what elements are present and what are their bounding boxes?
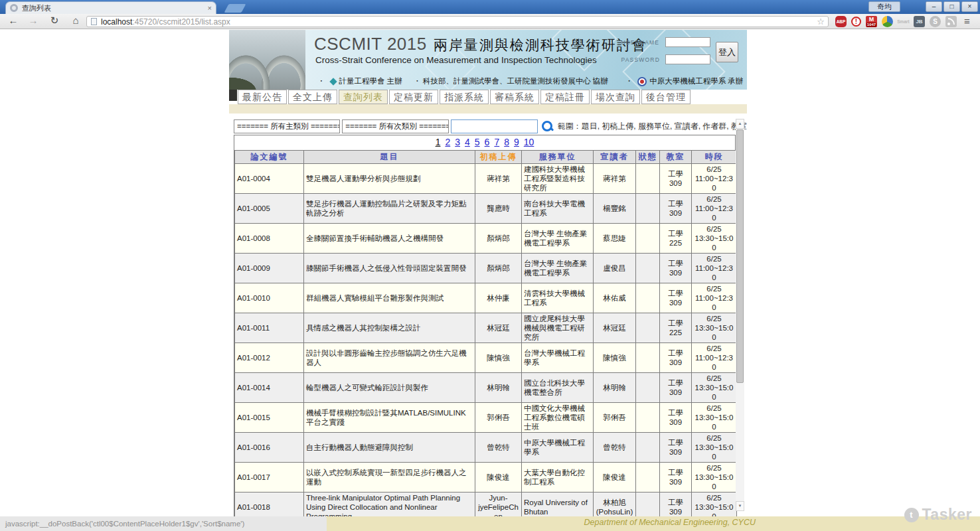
footer: javascript:__doPostBack('ctl00$ContentPl… bbox=[0, 516, 980, 531]
column-header-3[interactable]: 初稿上傳 bbox=[475, 151, 522, 164]
department-credit: Department of Mechanical Engineering, CY… bbox=[584, 518, 756, 527]
tasker-logo-icon: t bbox=[904, 508, 919, 522]
smart-extension-icon[interactable]: Smart bbox=[898, 16, 909, 27]
paper-table: 論文編號題目初稿上傳服務單位宣讀者狀態教室時段 A01-0004雙足機器人運動學… bbox=[234, 150, 737, 531]
page-link-2[interactable]: 2 bbox=[445, 137, 450, 147]
paper-row-A01-0009: A01-0009膝關節手術機器人之低侵入性骨頭固定裝置開發顏炳郎台灣大學 生物產… bbox=[235, 254, 737, 283]
nav-tab-7[interactable]: 定稿註冊 bbox=[540, 90, 590, 104]
home-icon[interactable]: ⌂ bbox=[68, 15, 84, 26]
adblock-icon[interactable]: ABP bbox=[835, 16, 847, 27]
nav-tab-5[interactable]: 指派系統 bbox=[440, 90, 489, 104]
nav-tab-3[interactable]: 查詢列表 bbox=[339, 90, 388, 104]
address-bar[interactable]: localhost:45720/cscmit2015/list.aspx ☆ bbox=[86, 16, 829, 27]
keyword-input[interactable] bbox=[451, 119, 538, 133]
status-bar-link-preview: javascript:__doPostBack('ctl00$ContentPl… bbox=[0, 516, 327, 531]
password-label: PASSWORD bbox=[621, 56, 660, 63]
jb-extension-icon[interactable]: JB bbox=[914, 16, 925, 27]
sub-category-select[interactable]: ======= 所有次類別 ======= ▼ bbox=[342, 119, 448, 133]
page-link-5[interactable]: 5 bbox=[475, 137, 480, 147]
page-link-1[interactable]: 1 bbox=[436, 137, 441, 147]
page-link-3[interactable]: 3 bbox=[455, 137, 460, 147]
main-nav: 最新公告全文上傳查詢列表定稿更新指派系統審稿系統定稿註冊場次查詢後台管理 bbox=[229, 90, 747, 104]
site-title: CSCMIT 2015 兩岸量測與檢測科技學術研討會 bbox=[314, 34, 647, 54]
mail-checker-icon[interactable]: M1047 bbox=[866, 16, 877, 27]
table-body: A01-0004雙足機器人運動學分析與步態規劃蔣祥第建國科技大學機械工程系暨製造… bbox=[235, 164, 737, 531]
page-link-10[interactable]: 10 bbox=[524, 137, 534, 147]
colorful-ball-icon[interactable] bbox=[882, 16, 893, 27]
rss-icon[interactable] bbox=[945, 16, 957, 27]
favicon-icon bbox=[10, 4, 18, 12]
column-header-5[interactable]: 宣讀者 bbox=[594, 151, 636, 164]
password-field[interactable] bbox=[665, 54, 710, 64]
bookmark-star-icon[interactable]: ☆ bbox=[817, 17, 825, 27]
column-header-4[interactable]: 服務單位 bbox=[522, 151, 594, 164]
url-text: localhost:45720/cscmit2015/list.aspx bbox=[101, 17, 230, 27]
page-link-7[interactable]: 7 bbox=[494, 137, 499, 147]
column-header-2[interactable]: 題目 bbox=[304, 151, 475, 164]
paper-row-A01-0017: A01-0017以嵌入式控制系統實現一新型四足步行機器人之運動陳俊達大葉大學自動… bbox=[235, 463, 737, 493]
main-category-select[interactable]: ======= 所有主類別 ======= ▼ bbox=[234, 119, 340, 133]
paper-row-A01-0014: A01-0014輪型機器人之可變式輪距設計與製作林明翰國立台北科技大學機電整合所… bbox=[235, 373, 737, 403]
nav-tab-1[interactable]: 最新公告 bbox=[238, 90, 287, 104]
page-link-6[interactable]: 6 bbox=[485, 137, 490, 147]
search-row: ======= 所有主類別 ======= ▼ ======= 所有次類別 ==… bbox=[234, 119, 747, 133]
login-button[interactable]: 登入 bbox=[716, 42, 738, 62]
forward-icon[interactable]: → bbox=[25, 15, 41, 26]
alert-icon[interactable]: ! bbox=[851, 17, 861, 27]
search-scope-hint: 範圍：題目, 初稿上傳, 服務單位, 宣讀者, 作者群, 教室 bbox=[558, 121, 747, 132]
scroll-up-icon[interactable]: ▲ bbox=[736, 119, 744, 129]
new-tab-button[interactable] bbox=[224, 4, 246, 13]
reload-icon[interactable]: ↻ bbox=[46, 15, 62, 27]
search-icon[interactable] bbox=[541, 120, 554, 133]
scroll-down-icon[interactable]: ▼ bbox=[736, 501, 744, 511]
column-header-6[interactable]: 狀態 bbox=[636, 151, 660, 164]
column-header-7[interactable]: 教室 bbox=[660, 151, 692, 164]
minimize-button[interactable]: – bbox=[926, 1, 942, 12]
extension-icons: ABP!M1047SmartJBS bbox=[835, 15, 957, 28]
organizer-line: ・ 計量工程學會 主辦 ・科技部、計量測試學會、工研院量測技術發展中心 協辦 bbox=[315, 76, 608, 86]
nav-tab-2[interactable]: 全文上傳 bbox=[288, 90, 337, 104]
campus-photo bbox=[229, 30, 305, 90]
username-label: USERNAME bbox=[621, 39, 660, 46]
paper-row-A01-0010: A01-0010群組機器人實驗模組平台雛形製作與測試林仲廉清雲科技大學機械工程系… bbox=[235, 283, 737, 313]
nav-tab-4[interactable]: 定稿更新 bbox=[389, 90, 438, 104]
paper-row-A01-0016: A01-0016自主行動機器人動態避障與控制曾乾特中原大學機械工程學系曾乾特工學… bbox=[235, 433, 737, 463]
metrology-society-logo-icon bbox=[329, 78, 337, 85]
browser-tab[interactable]: 查詢列表 × bbox=[5, 1, 216, 14]
nav-tab-9[interactable]: 後台管理 bbox=[641, 90, 691, 104]
vertical-scrollbar[interactable]: ▲ ▼ bbox=[736, 119, 744, 511]
username-field[interactable] bbox=[665, 37, 710, 47]
maximize-button[interactable]: □ bbox=[943, 1, 960, 12]
login-panel: USERNAME PASSWORD 登入 bbox=[621, 37, 738, 64]
page-link-4[interactable]: 4 bbox=[465, 137, 470, 147]
tab-title: 查詢列表 bbox=[22, 3, 205, 13]
site-subtitle: Cross-Strait Conference on Measurement a… bbox=[315, 55, 597, 65]
pagination: 12345678910 bbox=[234, 135, 735, 150]
tasker-watermark: t Tasker bbox=[904, 506, 972, 524]
cycu-logo-icon bbox=[637, 77, 647, 86]
paper-row-A01-0011: A01-0011具情感之機器人其控制架構之設計林冠廷國立虎尾科技大學機械與機電工… bbox=[235, 313, 737, 343]
browser-titlebar: 查詢列表 × 奇均 – □ × bbox=[0, 0, 980, 14]
table-header-row: 論文編號題目初稿上傳服務單位宣讀者狀態教室時段 bbox=[235, 151, 737, 164]
column-header-1[interactable]: 論文編號 bbox=[235, 151, 304, 164]
paper-row-A01-0004: A01-0004雙足機器人運動學分析與步態規劃蔣祥第建國科技大學機械工程系暨製造… bbox=[235, 164, 737, 194]
nav-tab-6[interactable]: 審稿系統 bbox=[490, 90, 539, 104]
column-header-8[interactable]: 時段 bbox=[692, 151, 737, 164]
menu-icon[interactable]: ≡ bbox=[964, 15, 970, 27]
paper-row-A01-0008: A01-0008全膝關節置換手術輔助機器人之機構開發顏炳郎台灣大學 生物產業機電… bbox=[235, 224, 737, 254]
tab-close-icon[interactable]: × bbox=[208, 4, 212, 12]
paper-list-box: 12345678910 論文編號題目初稿上傳服務單位宣讀者狀態教室時段 A01-… bbox=[234, 135, 736, 531]
page-content: CSCMIT 2015 兩岸量測與檢測科技學術研討會 Cross-Strait … bbox=[0, 29, 980, 516]
nav-left-edge bbox=[229, 90, 237, 101]
skype-icon[interactable]: S bbox=[930, 16, 941, 27]
page-link-9[interactable]: 9 bbox=[514, 137, 519, 147]
back-icon[interactable]: ← bbox=[5, 15, 21, 26]
profile-button[interactable]: 奇均 bbox=[868, 1, 900, 12]
scrollbar-thumb[interactable] bbox=[736, 129, 744, 383]
close-button[interactable]: × bbox=[961, 1, 978, 12]
paper-row-A01-0005: A01-0005雙足步行機器人運動控制晶片之研製及零力矩點軌跡之分析龔應時南台科… bbox=[235, 194, 737, 224]
site-banner: CSCMIT 2015 兩岸量測與檢測科技學術研討會 Cross-Strait … bbox=[229, 30, 747, 90]
browser-toolbar: ← → ↻ ⌂ localhost:45720/cscmit2015/list.… bbox=[0, 14, 980, 29]
nav-tab-8[interactable]: 場次查詢 bbox=[591, 90, 640, 104]
page-link-8[interactable]: 8 bbox=[504, 137, 509, 147]
